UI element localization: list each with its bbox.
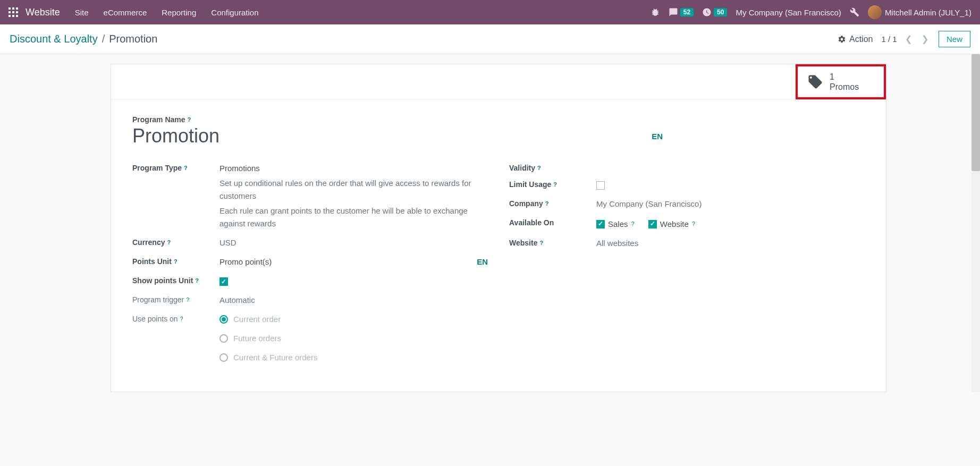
program-type-value[interactable]: Promotions Set up conditional rules on t… <box>219 162 488 230</box>
help-icon[interactable]: ? <box>184 165 188 171</box>
help-icon[interactable]: ? <box>539 240 543 246</box>
limit-usage-checkbox[interactable] <box>596 181 605 190</box>
scrollbar[interactable] <box>971 54 980 392</box>
show-points-checkbox[interactable] <box>219 277 228 286</box>
radio-current-future-orders[interactable]: Current & Future orders <box>219 351 488 364</box>
checkbox-icon <box>596 220 605 228</box>
messages-count: 52 <box>680 8 694 16</box>
help-icon[interactable]: ? <box>537 165 541 171</box>
svg-rect-8 <box>16 15 18 17</box>
program-type-label: Program Type? <box>132 164 188 172</box>
help-icon[interactable]: ? <box>631 219 635 229</box>
validity-label: Validity? <box>509 164 541 172</box>
currency-value[interactable]: USD <box>219 236 488 249</box>
row-program-trigger: Program trigger? Automatic <box>132 294 488 307</box>
row-website: Website? All websites <box>509 237 865 250</box>
pager: 1 / 1 ❮ ❯ <box>881 34 930 44</box>
company-value[interactable]: My Company (San Francisco) <box>596 198 865 210</box>
help-icon[interactable]: ? <box>180 316 183 322</box>
available-website[interactable]: Website? <box>648 218 695 231</box>
pager-prev-icon[interactable]: ❮ <box>903 35 914 44</box>
tag-icon <box>807 74 823 90</box>
action-button[interactable]: Action <box>838 35 873 44</box>
gear-icon <box>838 35 846 44</box>
help-icon[interactable]: ? <box>167 239 171 245</box>
breadcrumb-parent[interactable]: Discount & Loyalty <box>10 33 98 45</box>
nav-brand[interactable]: Website <box>26 7 60 18</box>
row-available-on: Available On Sales? Website? <box>509 217 865 231</box>
help-icon[interactable]: ? <box>188 116 191 123</box>
available-sales[interactable]: Sales? <box>596 218 635 231</box>
action-label: Action <box>849 35 873 44</box>
lang-badge-title[interactable]: EN <box>652 132 663 141</box>
program-trigger-value[interactable]: Automatic <box>219 294 488 307</box>
pager-next-icon[interactable]: ❯ <box>920 35 930 44</box>
use-points-label: Use points on? <box>132 315 183 323</box>
stat-button-promos[interactable]: 1 Promos <box>796 64 886 99</box>
title-block: Program Name ? Promotion <box>132 115 219 147</box>
debug-icon[interactable] <box>650 7 660 17</box>
points-unit-value[interactable]: Promo point(s) EN <box>219 256 488 268</box>
stat-label: Promos <box>830 82 859 92</box>
form-sheet: 1 Promos Program Name ? Promotion EN <box>111 64 886 392</box>
nav-user[interactable]: Mitchell Admin (JULY_1) <box>868 5 971 19</box>
nav-menu: Site eCommerce Reporting Configuration <box>75 8 650 17</box>
radio-future-orders[interactable]: Future orders <box>219 332 488 345</box>
limit-usage-label: Limit Usage? <box>509 180 557 189</box>
svg-rect-2 <box>16 7 18 10</box>
website-field-label: Website? <box>509 239 543 247</box>
svg-rect-3 <box>9 11 11 13</box>
stat-value: 1 <box>830 72 859 82</box>
help-icon[interactable]: ? <box>195 277 199 284</box>
nav-user-label: Mitchell Admin (JULY_1) <box>885 8 971 17</box>
help-icon[interactable]: ? <box>553 181 557 188</box>
radio-current-order[interactable]: Current order <box>219 313 488 326</box>
nav-menu-site[interactable]: Site <box>75 8 89 17</box>
avatar <box>868 5 882 19</box>
row-points-unit: Points Unit? Promo point(s) EN <box>132 256 488 268</box>
tools-icon[interactable] <box>850 7 859 17</box>
program-name-label: Program Name ? <box>132 115 191 124</box>
radio-icon <box>219 353 228 362</box>
nav-menu-ecommerce[interactable]: eCommerce <box>104 8 147 17</box>
help-icon[interactable]: ? <box>174 258 178 265</box>
svg-rect-5 <box>16 11 18 13</box>
radio-icon <box>219 334 228 343</box>
row-limit-usage: Limit Usage? <box>509 179 865 191</box>
breadcrumb-current: Promotion <box>109 33 157 45</box>
breadcrumb: Discount & Loyalty / Promotion <box>10 33 157 45</box>
row-currency: Currency? USD <box>132 236 488 249</box>
help-icon[interactable]: ? <box>692 219 695 229</box>
lang-badge-points[interactable]: EN <box>477 256 488 268</box>
pager-value[interactable]: 1 / 1 <box>881 35 897 44</box>
svg-rect-7 <box>12 15 14 17</box>
help-icon[interactable]: ? <box>545 200 549 207</box>
program-name-value[interactable]: Promotion <box>132 125 219 147</box>
button-box: 1 Promos <box>111 64 886 100</box>
svg-rect-1 <box>12 7 14 10</box>
points-unit-label: Points Unit? <box>132 257 178 266</box>
apps-icon[interactable] <box>9 7 18 17</box>
svg-rect-6 <box>9 15 11 17</box>
row-show-points: Show points Unit? <box>132 275 488 287</box>
program-trigger-label: Program trigger? <box>132 295 189 304</box>
sheet-bg: 1 Promos Program Name ? Promotion EN <box>0 54 980 392</box>
breadcrumb-sep: / <box>102 33 105 45</box>
use-points-options: Current order Future orders Current & Fu… <box>219 313 488 370</box>
nav-menu-configuration[interactable]: Configuration <box>211 8 258 17</box>
control-right: Action 1 / 1 ❮ ❯ New <box>838 31 970 47</box>
row-company: Company? My Company (San Francisco) <box>509 198 865 210</box>
control-panel: Discount & Loyalty / Promotion Action 1 … <box>0 24 980 54</box>
activities-icon[interactable]: 50 <box>702 7 727 17</box>
new-button[interactable]: New <box>939 31 970 47</box>
help-icon[interactable]: ? <box>186 296 189 303</box>
website-value[interactable]: All websites <box>596 237 865 250</box>
show-points-label: Show points Unit? <box>132 276 199 285</box>
form-col-right: Validity? Limit Usage? Company? My Compa… <box>509 162 865 377</box>
messages-icon[interactable]: 52 <box>669 7 694 17</box>
nav-menu-reporting[interactable]: Reporting <box>162 8 196 17</box>
svg-rect-0 <box>9 7 11 10</box>
form-content: Program Name ? Promotion EN Program Type… <box>111 100 886 392</box>
nav-company[interactable]: My Company (San Francisco) <box>736 8 841 17</box>
scrollbar-thumb[interactable] <box>971 54 980 171</box>
